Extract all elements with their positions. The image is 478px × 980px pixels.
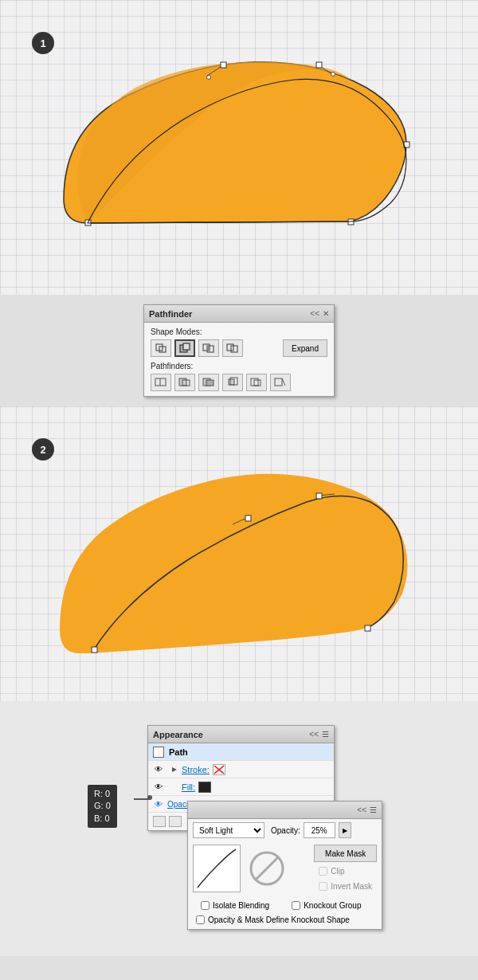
svg-rect-19 bbox=[275, 378, 282, 386]
anchor-2 bbox=[221, 62, 226, 68]
shape-group-1 bbox=[64, 62, 409, 225]
pathfinder-titlebar: Pathfinder << ✕ bbox=[144, 305, 334, 323]
appearance-stroke-row: 👁 Stroke: bbox=[148, 761, 334, 778]
svg-rect-8 bbox=[231, 346, 237, 352]
pathfinders-row bbox=[151, 374, 327, 391]
rgb-tooltip: R: 0 G: 0 B: 0 bbox=[88, 785, 117, 828]
knockout-group-checkbox[interactable] bbox=[292, 901, 300, 910]
stroke-expand-icon[interactable] bbox=[170, 766, 178, 774]
blend-panel: << ☰ Soft Light Opacity: ▶ bbox=[187, 801, 382, 930]
stroke-label[interactable]: Stroke: bbox=[182, 765, 210, 774]
pathfinder-trim[interactable] bbox=[174, 374, 195, 391]
knockout-group-row: Knockout Group bbox=[287, 900, 366, 911]
opacity-mask-row: Opacity & Mask Define Knockout Shape bbox=[191, 914, 378, 926]
anchor-2-4 bbox=[365, 625, 370, 631]
fill-visibility-icon[interactable]: 👁 bbox=[153, 782, 164, 793]
appearance-title: Appearance bbox=[153, 730, 203, 739]
handle-2 bbox=[331, 73, 335, 76]
shape-mode-exclude[interactable] bbox=[222, 339, 243, 357]
pathfinder-hard-mix[interactable] bbox=[270, 374, 291, 391]
anchor-2-1 bbox=[92, 647, 97, 653]
rgb-b: B: 0 bbox=[94, 813, 111, 825]
step-badge-2: 2 bbox=[32, 438, 54, 461]
shape-mode-intersect[interactable] bbox=[198, 339, 219, 357]
knockout-group-label: Knockout Group bbox=[304, 901, 361, 910]
pathfinder-divide[interactable] bbox=[151, 374, 171, 391]
shape-mode-unite[interactable] bbox=[151, 339, 171, 357]
handle-1 bbox=[207, 76, 211, 80]
appearance-path-row: Path bbox=[148, 743, 334, 761]
pathfinders-label: Pathfinders: bbox=[151, 362, 327, 370]
invert-mask-row: Invert Mask bbox=[314, 880, 377, 892]
fill-color-swatch[interactable] bbox=[198, 782, 211, 793]
opacity-visibility-icon[interactable]: 👁 bbox=[153, 798, 164, 809]
blend-mode-row: Soft Light Opacity: ▶ bbox=[188, 819, 382, 841]
anchor-2-2 bbox=[245, 515, 251, 521]
shape-mode-minus-front[interactable] bbox=[174, 339, 195, 357]
anchor-3 bbox=[316, 62, 322, 68]
svg-marker-21 bbox=[172, 767, 177, 772]
svg-rect-6 bbox=[207, 346, 210, 351]
pathfinder-outline[interactable] bbox=[246, 374, 267, 391]
pathfinder-merge[interactable] bbox=[198, 374, 219, 391]
blend-mode-select[interactable]: Soft Light bbox=[193, 822, 264, 838]
make-mask-button[interactable]: Make Mask bbox=[314, 845, 377, 862]
appearance-icon-2[interactable] bbox=[169, 816, 182, 827]
main-layout: 1 bbox=[0, 0, 478, 980]
shape-modes-label: Shape Modes: bbox=[151, 327, 327, 336]
path-swatch bbox=[153, 747, 164, 758]
pathfinder-crop[interactable] bbox=[222, 374, 243, 391]
pathfinder-body: Shape Modes: bbox=[144, 323, 334, 396]
no-icon bbox=[247, 845, 287, 892]
clip-label: Clip bbox=[331, 867, 344, 876]
appearance-titlebar: Appearance << ☰ bbox=[148, 726, 334, 743]
clip-row: Clip bbox=[314, 865, 377, 877]
canvas-svg-2 bbox=[0, 406, 478, 701]
isolate-blending-checkbox[interactable] bbox=[201, 901, 210, 910]
blend-preview-row: Make Mask Clip Invert Mask bbox=[188, 841, 382, 896]
curve-preview bbox=[193, 845, 241, 892]
canvas-svg-1 bbox=[0, 0, 478, 295]
clip-checkbox[interactable] bbox=[319, 867, 327, 876]
blend-checkboxes: Isolate Blending Knockout Group Opacity … bbox=[188, 896, 382, 929]
blend-panel-controls[interactable]: << ☰ bbox=[357, 806, 377, 814]
shape-orange-2 bbox=[60, 474, 408, 653]
svg-rect-14 bbox=[206, 380, 214, 386]
isolate-blending-label: Isolate Blending bbox=[213, 901, 269, 910]
rgb-r: R: 0 bbox=[94, 788, 111, 800]
stroke-color-swatch[interactable] bbox=[213, 764, 225, 775]
canvas-section-1: 1 bbox=[0, 0, 478, 295]
opacity-mask-label: Opacity & Mask Define Knockout Shape bbox=[208, 915, 350, 924]
opacity-mask-checkbox[interactable] bbox=[196, 915, 205, 924]
expand-button[interactable]: Expand bbox=[283, 339, 327, 357]
svg-rect-3 bbox=[183, 343, 190, 350]
pathfinder-title: Pathfinder bbox=[149, 309, 192, 319]
path-label: Path bbox=[169, 747, 188, 757]
opacity-arrow-btn[interactable]: ▶ bbox=[339, 822, 351, 838]
fill-label[interactable]: Fill: bbox=[182, 782, 195, 792]
opacity-input[interactable] bbox=[304, 822, 335, 838]
svg-rect-7 bbox=[227, 344, 233, 351]
isolate-blending-row: Isolate Blending bbox=[196, 900, 274, 911]
step-badge-1: 1 bbox=[32, 32, 54, 54]
appearance-panel-controls[interactable]: << ☰ bbox=[309, 730, 329, 739]
anchor-2-3 bbox=[316, 493, 322, 499]
canvas-section-2: 2 bbox=[0, 406, 478, 701]
appearance-icon-1[interactable] bbox=[153, 816, 166, 827]
svg-line-26 bbox=[255, 857, 279, 880]
svg-line-20 bbox=[282, 378, 285, 386]
appearance-fill-row: 👁 Fill: bbox=[148, 778, 334, 796]
invert-mask-checkbox[interactable] bbox=[319, 882, 327, 891]
pathfinder-section: Pathfinder << ✕ Shape Modes: bbox=[0, 295, 478, 406]
shape-modes-row: Expand bbox=[151, 339, 327, 357]
invert-mask-label: Invert Mask bbox=[331, 882, 372, 891]
svg-rect-18 bbox=[254, 380, 261, 386]
blend-titlebar: << ☰ bbox=[188, 802, 382, 819]
pathfinder-controls[interactable]: << ✕ bbox=[310, 309, 329, 318]
stroke-visibility-icon[interactable]: 👁 bbox=[153, 764, 164, 775]
bottom-spacer bbox=[0, 956, 478, 980]
rgb-g: G: 0 bbox=[94, 800, 111, 812]
opacity-field-label: Opacity: bbox=[271, 826, 300, 835]
svg-rect-15 bbox=[229, 379, 234, 385]
pathfinder-panel: Pathfinder << ✕ Shape Modes: bbox=[143, 304, 335, 397]
